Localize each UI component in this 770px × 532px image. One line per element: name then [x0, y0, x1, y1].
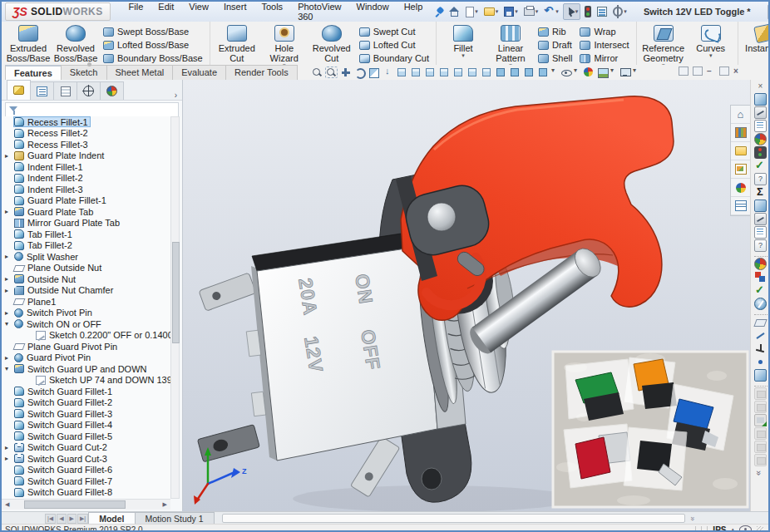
- dimxpertmanager-tab[interactable]: [77, 81, 101, 100]
- select-button[interactable]: ▾: [563, 3, 581, 20]
- extruded-boss-button[interactable]: Extruded Boss/Base: [6, 24, 51, 63]
- options-button[interactable]: ▾: [611, 4, 629, 19]
- apply-scene-icon[interactable]: [596, 66, 609, 78]
- menu-item[interactable]: PhotoView 360: [291, 0, 348, 24]
- mirror-button[interactable]: Mirror: [577, 52, 631, 64]
- tree-vertical-scrollbar[interactable]: [170, 116, 180, 499]
- reference-axis-icon[interactable]: [754, 329, 767, 342]
- hide-show-items-icon[interactable]: [560, 66, 572, 78]
- toolbar-separator[interactable]: [754, 382, 768, 387]
- check-document-icon[interactable]: [754, 160, 767, 172]
- model-tab[interactable]: Model: [88, 512, 135, 525]
- units-caret-icon[interactable]: ▴: [731, 526, 734, 532]
- draft-button[interactable]: Draft: [536, 39, 575, 51]
- coordinate-system-icon[interactable]: [754, 342, 767, 355]
- scrollbar-thumb[interactable]: [172, 242, 180, 343]
- feature-tree-item[interactable]: Guard Plate Tab: [2, 206, 170, 218]
- hide-show-caret[interactable]: [574, 66, 580, 78]
- pivot-pin-dome[interactable]: [427, 203, 456, 231]
- feature-tree-item[interactable]: Recess Fillet-2: [2, 128, 170, 140]
- toolbar-separator[interactable]: [754, 311, 768, 315]
- view-isometric-icon[interactable]: [481, 66, 493, 78]
- menu-item[interactable]: View: [182, 0, 215, 24]
- feature-tree-item[interactable]: Outside Nut: [2, 273, 170, 285]
- view-right-icon[interactable]: [438, 66, 451, 78]
- new-document-button[interactable]: ▾: [464, 4, 480, 19]
- configurationmanager-tab[interactable]: [53, 81, 77, 100]
- feature-tree-item[interactable]: Tab Fillet-1: [2, 229, 170, 240]
- feature-tree-item[interactable]: Switch Guard Cut-3: [2, 453, 170, 465]
- apply-scene-caret[interactable]: [610, 66, 617, 78]
- zoom-to-fit-icon[interactable]: [311, 66, 323, 78]
- view-settings-caret[interactable]: [633, 66, 639, 78]
- feature-tree-item[interactable]: Indent Fillet-1: [2, 161, 170, 173]
- feature-tree-item[interactable]: Switch Guard Fillet-2: [2, 397, 170, 409]
- feature-tree-item[interactable]: Switch Guard Fillet-7: [2, 475, 170, 487]
- feature-tree-item[interactable]: Switch Pivot Pin: [2, 308, 170, 319]
- render-tool-icon[interactable]: [754, 441, 767, 453]
- toolbar-separator[interactable]: [754, 253, 768, 257]
- feature-tree-item[interactable]: Outside Nut Chamfer: [2, 285, 170, 297]
- display-style-caret[interactable]: [551, 66, 558, 78]
- wrap-button[interactable]: Wrap: [577, 26, 631, 37]
- geometry-analysis-icon[interactable]: [754, 200, 767, 212]
- expand-arrow[interactable]: [5, 320, 13, 328]
- feature-tree-item[interactable]: Switch ON or OFF: [2, 318, 170, 330]
- symmetry-check-icon[interactable]: [754, 226, 767, 239]
- intersect-button[interactable]: Intersect: [577, 39, 631, 51]
- extruded-cut-button[interactable]: Extruded Cut: [215, 24, 259, 63]
- curves-button[interactable]: Curves▾: [689, 24, 733, 57]
- reference-point-icon[interactable]: [754, 356, 767, 368]
- curvature-display-icon[interactable]: [754, 258, 767, 270]
- deviation-analysis-icon[interactable]: [754, 213, 767, 225]
- view-left-icon[interactable]: [424, 66, 437, 78]
- doc-minimize-button[interactable]: –: [707, 67, 715, 75]
- lofted-cut-button[interactable]: Lofted Cut: [357, 39, 432, 51]
- panel-flyout-arrow[interactable]: ›: [175, 91, 177, 100]
- measure-icon[interactable]: [754, 106, 767, 119]
- view-settings-icon[interactable]: [619, 66, 631, 78]
- feature-tree-item[interactable]: Recess Fillet-3: [2, 139, 170, 150]
- displaymanager-tab[interactable]: [100, 81, 124, 100]
- feature-tree-item[interactable]: Indent Fillet-3: [2, 184, 170, 195]
- lofted-boss-button[interactable]: Lofted Boss/Base: [101, 39, 205, 51]
- expand-arrow[interactable]: [5, 208, 13, 215]
- appearances-scenes-icon[interactable]: [731, 179, 750, 197]
- export-table-icon[interactable]: [754, 239, 767, 252]
- view-front-icon[interactable]: [396, 66, 408, 78]
- view-top-icon[interactable]: [452, 66, 465, 78]
- display-wireframe-icon[interactable]: [537, 66, 550, 78]
- verification-icon[interactable]: [754, 284, 767, 297]
- ribbon-tab[interactable]: Sketch: [61, 65, 107, 80]
- design-library-icon[interactable]: [731, 124, 750, 142]
- pan-icon[interactable]: [339, 66, 352, 78]
- search-commands-box[interactable]: ▸ ▾: [768, 4, 770, 20]
- ribbon-tab[interactable]: Sheet Metal: [106, 65, 174, 80]
- model-canvas[interactable]: ON 20A OFF 12V: [183, 80, 750, 511]
- revolved-boss-button[interactable]: Revolved Boss/Base: [53, 24, 98, 63]
- expand-arrow[interactable]: [5, 455, 13, 462]
- doc-close-button[interactable]: ×: [733, 67, 742, 75]
- ribbon-tab[interactable]: Render Tools: [225, 65, 298, 80]
- feature-tree-item[interactable]: Mirror Guard Plate Tab: [2, 218, 170, 229]
- feature-tree-item[interactable]: Guard Pivot Pin: [2, 352, 170, 364]
- instant3d-button[interactable]: Instant3D: [743, 24, 770, 53]
- feature-tree-item[interactable]: Switch Guard Fillet-3: [2, 408, 170, 420]
- feature-tree-item[interactable]: Switch Guard UP and DOWN: [2, 363, 170, 375]
- feature-tree-item[interactable]: Split Washer: [2, 251, 170, 263]
- view-palette-icon[interactable]: [731, 160, 750, 179]
- tab-bar-chevron-icon[interactable]: »: [688, 516, 696, 520]
- next-tab-button[interactable]: ▶: [67, 514, 77, 524]
- file-properties-button[interactable]: [595, 4, 609, 19]
- edit-appearance-icon[interactable]: [582, 66, 595, 78]
- toolbar-close-icon[interactable]: ×: [758, 81, 763, 91]
- window-cascade-icon[interactable]: [679, 66, 689, 76]
- feature-tree-item[interactable]: Switch Guard Fillet-4: [2, 420, 170, 431]
- rotate-view-icon[interactable]: [353, 66, 366, 78]
- render-tool-icon[interactable]: [754, 401, 767, 413]
- menu-item[interactable]: Window: [350, 0, 396, 24]
- featuremanager-tree-tab[interactable]: [7, 80, 31, 100]
- mate-reference-icon[interactable]: [754, 369, 767, 382]
- panel-splitter-handle[interactable]: [87, 62, 91, 66]
- feature-tree-item[interactable]: Sketch UP 74 and DOWN 139: [2, 375, 170, 387]
